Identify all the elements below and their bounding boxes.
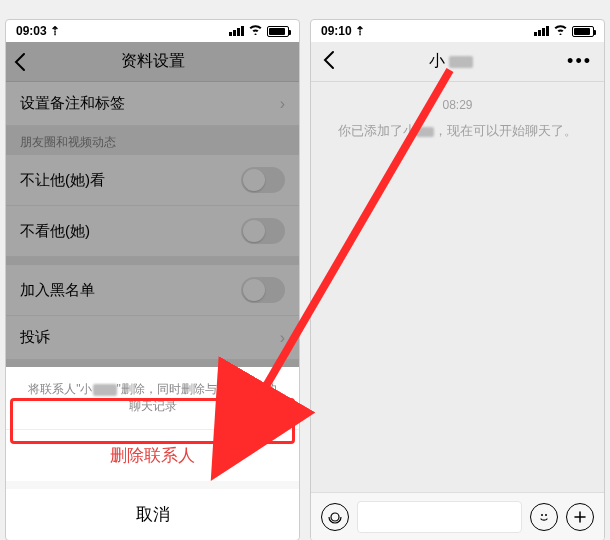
phone-right-chat: 09:10 ⇡ 小 ••• 08:29 bbox=[310, 19, 605, 540]
chat-header: 小 ••• bbox=[311, 42, 604, 82]
message-input[interactable] bbox=[357, 501, 522, 533]
wifi-icon bbox=[553, 24, 568, 38]
svg-point-1 bbox=[545, 514, 547, 516]
status-time: 09:10 bbox=[321, 24, 352, 38]
chat-timestamp: 08:29 bbox=[321, 98, 594, 112]
signal-icon bbox=[229, 26, 244, 36]
phone-left-profile-settings: 09:03 ⇡ 邮件 资料设置 设置备注和标签 bbox=[5, 19, 300, 540]
signal-icon bbox=[534, 26, 549, 36]
location-arrow-icon: ⇡ bbox=[355, 24, 365, 38]
more-icon[interactable]: ••• bbox=[567, 51, 592, 72]
emoji-icon[interactable] bbox=[530, 503, 558, 531]
redacted-name bbox=[416, 127, 434, 137]
battery-icon bbox=[267, 26, 289, 37]
svg-point-0 bbox=[541, 514, 543, 516]
cancel-button[interactable]: 取消 bbox=[6, 489, 299, 540]
chat-title: 小 bbox=[429, 51, 473, 72]
status-bar: 09:03 ⇡ bbox=[6, 20, 299, 42]
battery-icon bbox=[572, 26, 594, 37]
chat-body[interactable]: 08:29 你已添加了小，现在可以开始聊天了。 bbox=[311, 82, 604, 492]
sheet-message: 将联系人"小"删除，同时删除与该联系人的聊天记录 bbox=[6, 367, 299, 430]
location-arrow-icon: ⇡ bbox=[50, 24, 60, 38]
status-bar: 09:10 ⇡ bbox=[311, 20, 604, 42]
status-time: 09:03 bbox=[16, 24, 47, 38]
voice-icon[interactable] bbox=[321, 503, 349, 531]
redacted-name bbox=[93, 384, 117, 396]
system-message: 你已添加了小，现在可以开始聊天了。 bbox=[321, 122, 594, 140]
redacted-name bbox=[449, 56, 473, 68]
plus-icon[interactable] bbox=[566, 503, 594, 531]
action-sheet: 将联系人"小"删除，同时删除与该联系人的聊天记录 删除联系人 取消 bbox=[6, 367, 299, 540]
wifi-icon bbox=[248, 24, 263, 38]
chat-input-bar bbox=[311, 492, 604, 540]
back-icon[interactable] bbox=[323, 50, 335, 74]
delete-contact-button[interactable]: 删除联系人 bbox=[6, 430, 299, 489]
